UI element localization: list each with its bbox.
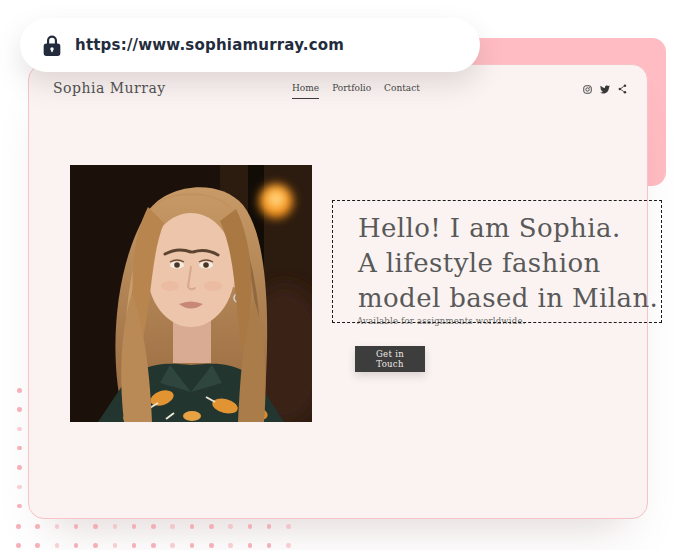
address-bar[interactable]: https://www.sophiamurray.com	[20, 18, 480, 72]
dots-bottom-grid	[16, 524, 306, 550]
instagram-icon[interactable]	[583, 85, 592, 94]
hero-dashed-box: Hello! I am Sophia. A lifestyle fashion …	[332, 200, 662, 323]
portrait-photo	[70, 165, 312, 422]
twitter-icon[interactable]	[600, 85, 610, 94]
get-in-touch-button[interactable]: Get in Touch	[355, 346, 425, 372]
mockup-stage: https://www.sophiamurray.com Sophia Murr…	[0, 0, 678, 550]
nav-item-portfolio[interactable]: Portfolio	[332, 83, 371, 99]
site-logo: Sophia Murray	[53, 80, 166, 96]
hero-heading-line-3: model based in Milan.	[358, 281, 661, 316]
nav-item-home[interactable]: Home	[292, 83, 319, 99]
hero-heading: Hello! I am Sophia. A lifestyle fashion …	[358, 211, 661, 316]
main-nav: Home Portfolio Contact	[292, 83, 420, 99]
hero-heading-line-2: A lifestyle fashion	[358, 246, 661, 281]
dots-left-column	[17, 388, 23, 518]
share-icon[interactable]	[618, 84, 627, 94]
nav-item-contact[interactable]: Contact	[384, 83, 420, 99]
hero-heading-line-1: Hello! I am Sophia.	[358, 211, 661, 246]
social-links	[583, 84, 627, 94]
url-text[interactable]: https://www.sophiamurray.com	[75, 36, 344, 54]
lock-icon	[42, 34, 62, 57]
